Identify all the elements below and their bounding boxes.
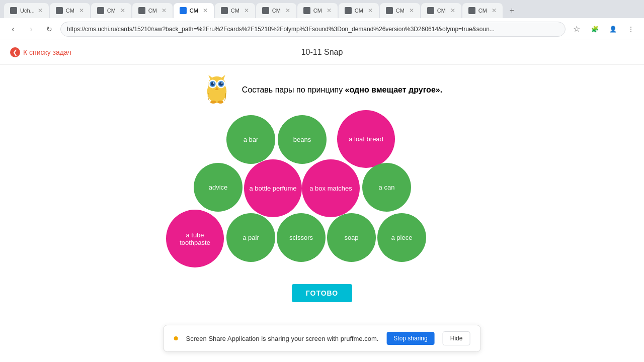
circle-label: a bottle perfume [246, 180, 301, 196]
circle-label: a pair [243, 234, 259, 241]
page-title: 10-11 Snap [301, 48, 343, 57]
page-header: ❮ К списку задач 10-11 Snap [0, 40, 644, 65]
circle-label: a loaf bread [345, 131, 387, 147]
tab-label: CM [190, 8, 198, 14]
tab-cm8[interactable]: CM ✕ [339, 3, 379, 18]
tab-favicon [386, 7, 393, 14]
circle-scissors[interactable]: scissors [277, 213, 326, 262]
circle-label: soap [344, 234, 358, 241]
tab-favicon [468, 7, 475, 14]
circle-box-matches[interactable]: a box matches [302, 159, 360, 217]
circle-label: advice [209, 184, 228, 191]
tab-cm11[interactable]: CM ✕ [462, 3, 503, 18]
extensions-button[interactable]: 🧩 [588, 22, 602, 36]
tab-favicon [427, 7, 434, 14]
circles-area: a bar beans a loaf bread advice a bottle… [166, 115, 478, 276]
bookmark-button[interactable]: ☆ [570, 22, 584, 36]
owl-instruction: Составь пары по принципу «одно вмещает д… [20, 75, 624, 105]
profile-button[interactable]: 👤 [606, 22, 620, 36]
tab-cm-active[interactable]: CM ✕ [174, 3, 214, 18]
back-to-tasks-button[interactable]: ❮ К списку задач [10, 47, 71, 57]
tab-label: CM [313, 8, 322, 14]
stop-sharing-button[interactable]: Stop sharing [386, 332, 434, 345]
back-arrow-icon: ❮ [10, 47, 20, 57]
tab-favicon [180, 7, 187, 14]
tab-close-icon[interactable]: ✕ [162, 7, 167, 14]
tab-uchi[interactable]: Uch... ✕ [4, 3, 49, 18]
tab-cm3[interactable]: CM ✕ [132, 3, 173, 18]
tab-favicon [221, 7, 228, 14]
svg-point-13 [210, 101, 216, 104]
circle-label: a piece [391, 234, 413, 241]
circle-label: beans [293, 136, 311, 143]
ready-button[interactable]: ГОТОВО [292, 284, 352, 302]
svg-point-14 [217, 101, 223, 104]
new-tab-icon[interactable]: + [510, 6, 514, 15]
tab-cm7[interactable]: CM ✕ [297, 3, 338, 18]
tab-close-icon[interactable]: ✕ [368, 7, 373, 14]
instruction-bold: «одно вмещает другое». [345, 85, 443, 94]
screen-share-message: Screen Share Application is sharing your… [186, 335, 379, 342]
circle-a-loaf-bread[interactable]: a loaf bread [337, 110, 395, 168]
tabs-bar: Uch... ✕ CM ✕ CM ✕ CM ✕ CM ✕ CM ✕ CM ✕ C… [0, 0, 644, 18]
circle-soap[interactable]: soap [327, 213, 376, 262]
tab-label: CM [272, 8, 281, 14]
circle-advice[interactable]: advice [194, 163, 243, 212]
tab-cm6[interactable]: CM ✕ [256, 3, 296, 18]
back-label: К списку задач [23, 48, 71, 56]
tab-label: CM [478, 8, 487, 14]
hide-button[interactable]: Hide [443, 331, 470, 345]
instruction-container: Составь пары по принципу «одно вмещает д… [242, 85, 442, 95]
tab-label: CM [148, 8, 157, 14]
tab-label: CM [66, 8, 74, 14]
circle-label: a tube toothpaste [166, 227, 224, 250]
circle-a-bar[interactable]: a bar [226, 115, 275, 164]
tab-cm5[interactable]: CM ✕ [215, 3, 255, 18]
tab-new[interactable]: + [504, 3, 519, 18]
forward-button[interactable]: › [24, 22, 38, 36]
circle-bottle-perfume[interactable]: a bottle perfume [244, 159, 302, 217]
tab-close-icon[interactable]: ✕ [244, 7, 249, 14]
tab-label: CM [107, 8, 116, 14]
owl-avatar [202, 75, 232, 105]
tab-favicon [138, 7, 145, 14]
tab-label: CM [231, 8, 239, 14]
tab-close-icon[interactable]: ✕ [120, 7, 125, 14]
page-content: ❮ К списку задач 10-11 Snap [0, 40, 644, 312]
tab-close-icon[interactable]: ✕ [203, 7, 208, 14]
address-bar[interactable]: https://cms.uchi.ru/cards/15210/raw?back… [60, 22, 566, 37]
svg-point-10 [213, 82, 214, 83]
back-button[interactable]: ‹ [6, 22, 20, 36]
tab-label: CM [437, 8, 446, 14]
tab-label: CM [396, 8, 405, 14]
svg-point-11 [221, 82, 222, 83]
tab-close-icon[interactable]: ✕ [327, 7, 332, 14]
reload-button[interactable]: ↻ [42, 22, 56, 36]
tab-close-icon[interactable]: ✕ [492, 7, 497, 14]
circle-a-piece[interactable]: a piece [377, 213, 426, 262]
circle-a-can[interactable]: a can [362, 163, 411, 212]
nav-bar: ‹ › ↻ https://cms.uchi.ru/cards/15210/ra… [0, 18, 644, 40]
tab-cm2[interactable]: CM ✕ [91, 3, 131, 18]
tab-label: Uch... [20, 8, 35, 14]
tab-favicon [303, 7, 310, 14]
circle-tube-toothpaste[interactable]: a tube toothpaste [166, 210, 224, 267]
tab-close-icon[interactable]: ✕ [38, 7, 43, 14]
circle-beans[interactable]: beans [278, 115, 327, 164]
tab-cm9[interactable]: CM ✕ [380, 3, 420, 18]
tab-close-icon[interactable]: ✕ [285, 7, 290, 14]
tab-favicon [262, 7, 269, 14]
tab-favicon [56, 7, 63, 14]
tab-cm10[interactable]: CM ✕ [421, 3, 461, 18]
tab-cm1[interactable]: CM ✕ [50, 3, 90, 18]
instruction-text: Составь пары по принципу [242, 85, 345, 94]
tab-close-icon[interactable]: ✕ [79, 7, 84, 14]
tab-favicon [97, 7, 104, 14]
circle-label: a can [379, 184, 395, 191]
tab-label: CM [355, 8, 363, 14]
tab-close-icon[interactable]: ✕ [450, 7, 455, 14]
menu-button[interactable]: ⋮ [624, 22, 638, 36]
activity-area: Составь пары по принципу «одно вмещает д… [0, 65, 644, 312]
circle-a-pair[interactable]: a pair [226, 213, 275, 262]
tab-close-icon[interactable]: ✕ [409, 7, 414, 14]
